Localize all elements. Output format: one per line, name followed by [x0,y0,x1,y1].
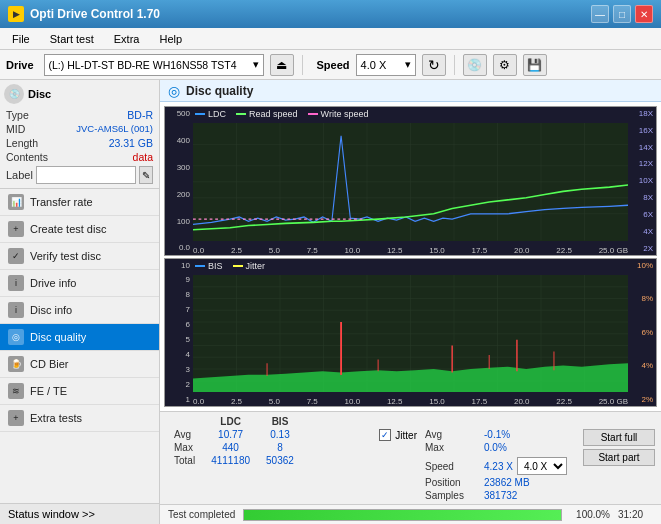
eject-button[interactable]: ⏏ [270,54,294,76]
nav-disc-quality-label: Disc quality [30,331,86,343]
bis-chart-legend: BIS Jitter [195,261,265,271]
mid-key: MID [6,123,25,135]
label-key: Label [6,169,33,181]
samples-key: Samples [425,490,480,501]
jitter-label: Jitter [395,430,417,441]
label-edit-button[interactable]: ✎ [139,166,153,184]
title-bar: ▶ Opti Drive Control 1.70 — □ ✕ [0,0,661,28]
status-window-button[interactable]: Status window >> [0,503,159,524]
close-button[interactable]: ✕ [635,5,653,23]
minimize-button[interactable]: — [591,5,609,23]
mid-val: JVC-AMS6L (001) [76,123,153,135]
jitter-avg-label: Avg [425,429,480,440]
nav-cd-bier[interactable]: 🍺 CD Bier [0,351,159,378]
disc-quality-header-icon: ◎ [168,83,180,99]
nav-disc-info-label: Disc info [30,304,72,316]
col-ldc: LDC [203,415,258,428]
bis-y-axis-left: 10 9 8 7 6 5 4 3 2 1 [165,259,193,407]
type-key: Type [6,109,29,121]
label-input[interactable] [36,166,136,184]
maximize-button[interactable]: □ [613,5,631,23]
nav-verify-test-disc-label: Verify test disc [30,250,101,262]
drive-dropdown-arrow: ▾ [253,58,259,71]
total-bis: 50362 [258,454,302,467]
row-avg-label: Avg [166,428,203,441]
nav-disc-quality[interactable]: ◎ Disc quality [0,324,159,351]
refresh-button[interactable]: ↻ [422,54,446,76]
save-button[interactable]: 💾 [523,54,547,76]
disc-icon: 💿 [4,84,24,104]
main-layout: 💿 Disc Type BD-R MID JVC-AMS6L (001) Len… [0,80,661,524]
progress-bar-fill [244,510,561,520]
sidebar: 💿 Disc Type BD-R MID JVC-AMS6L (001) Len… [0,80,160,524]
menu-bar: File Start test Extra Help [0,28,661,50]
nav-fe-te-label: FE / TE [30,385,67,397]
start-full-button[interactable]: Start full [583,429,655,446]
create-test-disc-icon: + [8,221,24,237]
nav-extra-tests[interactable]: + Extra tests [0,405,159,432]
ldc-chart-grid [193,123,628,241]
speed-position-section: Avg -0.1% Max 0.0% Speed 4.23 X 4.0 X [425,415,575,501]
charts-area: 500 400 300 200 100 0.0 18X 16X 14X 12X … [160,102,661,411]
progress-section: Test completed 100.0% 31:20 [160,504,661,524]
nav-items: 📊 Transfer rate + Create test disc ✓ Ver… [0,189,159,503]
speed-label: Speed [317,59,350,71]
nav-verify-test-disc[interactable]: ✓ Verify test disc [0,243,159,270]
nav-cd-bier-label: CD Bier [30,358,69,370]
separator-1 [302,55,303,75]
verify-test-disc-icon: ✓ [8,248,24,264]
disc-quality-header: ◎ Disc quality [160,80,661,102]
avg-bis: 0.13 [258,428,302,441]
avg-ldc: 10.77 [203,428,258,441]
menu-help[interactable]: Help [151,31,190,47]
progress-percent: 100.0% [570,509,610,520]
disc-quality-title: Disc quality [186,84,253,98]
nav-transfer-rate-label: Transfer rate [30,196,93,208]
length-val: 23.31 GB [109,137,153,149]
nav-drive-info[interactable]: i Drive info [0,270,159,297]
disc-section-label: Disc [28,88,51,100]
menu-start-test[interactable]: Start test [42,31,102,47]
jitter-checkbox[interactable]: ✓ [379,429,391,441]
nav-create-test-disc-label: Create test disc [30,223,106,235]
ldc-chart-svg [193,123,628,241]
ldc-y-axis-right: 18X 16X 14X 12X 10X 8X 6X 4X 2X [628,107,656,255]
type-val: BD-R [127,109,153,121]
disc-button[interactable]: 💿 [463,54,487,76]
row-max-label: Max [166,441,203,454]
extra-tests-icon: + [8,410,24,426]
drive-selector[interactable]: (L:) HL-DT-ST BD-RE WH16NS58 TST4 ▾ [44,54,264,76]
transfer-rate-icon: 📊 [8,194,24,210]
speed-select[interactable]: 4.0 X [517,457,567,475]
nav-transfer-rate[interactable]: 📊 Transfer rate [0,189,159,216]
menu-extra[interactable]: Extra [106,31,148,47]
max-ldc: 440 [203,441,258,454]
nav-drive-info-label: Drive info [30,277,76,289]
jitter-section: ✓ Jitter [379,415,417,441]
nav-disc-info[interactable]: i Disc info [0,297,159,324]
progress-bar-container [243,509,562,521]
menu-file[interactable]: File [4,31,38,47]
window-controls: — □ ✕ [591,5,653,23]
start-part-button[interactable]: Start part [583,449,655,466]
ldc-chart-legend: LDC Read speed Write speed [195,109,368,119]
bis-chart-svg [193,275,628,393]
length-key: Length [6,137,38,149]
ldc-chart: 500 400 300 200 100 0.0 18X 16X 14X 12X … [164,106,657,256]
speed-selector[interactable]: 4.0 X ▾ [356,54,416,76]
bottom-stats-area: LDC BIS Avg 10.77 0.13 Max 440 8 [160,411,661,524]
settings-button[interactable]: ⚙ [493,54,517,76]
action-buttons-section: Start full Start part [583,415,655,466]
nav-create-test-disc[interactable]: + Create test disc [0,216,159,243]
bis-chart: 10 9 8 7 6 5 4 3 2 1 10% 8% 6% 4% 2% [164,258,657,408]
toolbar: Drive (L:) HL-DT-ST BD-RE WH16NS58 TST4 … [0,50,661,80]
contents-key: Contents [6,151,48,163]
position-val: 23862 MB [484,477,530,488]
speed-key: Speed [425,461,480,472]
jitter-max-label: Max [425,442,480,453]
status-window-label: Status window >> [8,508,95,520]
jitter-avg-val: -0.1% [484,429,510,440]
row-total-label: Total [166,454,203,467]
nav-fe-te[interactable]: ≋ FE / TE [0,378,159,405]
nav-extra-tests-label: Extra tests [30,412,82,424]
